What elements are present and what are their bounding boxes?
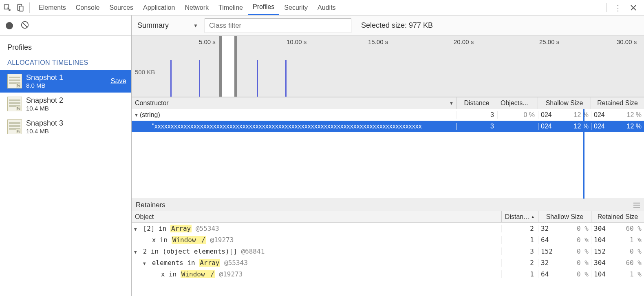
retainer-label: x in Window / @19273 <box>152 236 234 244</box>
col-distance-2[interactable]: Distan…▲ <box>501 211 538 222</box>
constructor-row[interactable]: "xxxxxxxxxxxxxxxxxxxxxxxxxxxxxxxxxxxxxxx… <box>132 121 644 132</box>
cell-retained-pct: 60 % <box>618 225 644 232</box>
timeline-tick: 10.00 s <box>287 38 307 45</box>
cell-retained: 304 <box>591 259 618 267</box>
cell-distance: 2 <box>501 259 538 267</box>
timeline-selection[interactable] <box>221 36 236 97</box>
cell-distance: 3 <box>457 123 497 130</box>
snapshot-size: 10.4 MB <box>26 128 63 135</box>
cell-objects: 0 % <box>497 111 538 119</box>
sidebar-title: Profiles <box>0 36 131 56</box>
retainer-label: x in Window / @19273 <box>161 270 243 278</box>
snapshot-item[interactable]: Snapshot 2 10.4 MB <box>0 93 131 115</box>
tab-network[interactable]: Network <box>180 0 214 15</box>
allocation-timeline[interactable]: 500 KB 5.00 s10.00 s15.00 s20.00 s25.00 … <box>132 36 644 97</box>
retainers-menu-icon[interactable] <box>633 203 640 208</box>
disclosure-icon[interactable]: ▼ <box>134 113 139 117</box>
record-button[interactable] <box>6 22 13 29</box>
snapshot-thumb-icon <box>7 119 22 134</box>
inspect-icon[interactable] <box>3 4 11 12</box>
snapshot-item[interactable]: Snapshot 3 10.4 MB <box>0 115 131 138</box>
retainer-row[interactable]: x in Window / @19273 1 640 % 1041 % <box>132 234 644 245</box>
retainer-label: elements in Array @55343 <box>152 259 248 267</box>
constructor-row[interactable]: ▼ (string) 3 0 % 02412 % 02412 % <box>132 109 644 121</box>
col-retained[interactable]: Retained Size <box>591 97 644 109</box>
selection-handle[interactable] <box>234 36 237 97</box>
cell-shallow: 024 <box>538 123 565 130</box>
cell-retained: 104 <box>591 270 618 278</box>
col-retained-2[interactable]: Retained Size <box>591 211 644 222</box>
col-object[interactable]: Object <box>132 211 501 222</box>
sort-icon: ▼ <box>449 101 454 106</box>
save-link[interactable]: Save <box>110 77 126 85</box>
cell-distance: 3 <box>501 247 538 255</box>
retainer-row[interactable]: ▼ [2] in Array @55343 2 320 % 30460 % <box>132 223 644 234</box>
devtools-toolbar: ElementsConsoleSourcesApplicationNetwork… <box>0 0 644 15</box>
cell-retained: 104 <box>591 236 618 244</box>
col-shallow-2[interactable]: Shallow Size <box>538 211 591 222</box>
allocation-bar <box>199 60 200 97</box>
tab-audits[interactable]: Audits <box>313 0 340 15</box>
cell-retained-pct: 1 % <box>618 236 644 244</box>
allocation-bar <box>285 60 287 97</box>
disclosure-icon[interactable]: ▼ <box>143 261 148 266</box>
sort-asc-icon: ▲ <box>531 214 535 219</box>
retainer-row[interactable]: ▼ elements in Array @55343 2 320 % 30460… <box>132 257 644 268</box>
col-distance[interactable]: Distance <box>457 97 497 109</box>
snapshot-title: Snapshot 2 <box>26 96 63 105</box>
cell-shallow-pct: 0 % <box>565 225 591 232</box>
timeline-tick: 20.00 s <box>454 38 474 45</box>
clear-icon[interactable] <box>20 20 29 31</box>
cell-retained-pct: 0 % <box>618 247 644 255</box>
class-filter-input[interactable] <box>205 18 351 33</box>
close-icon[interactable] <box>629 4 637 12</box>
cell-retained: 304 <box>591 225 618 232</box>
col-constructor[interactable]: Constructor▼ <box>132 97 457 109</box>
selection-handle[interactable] <box>219 36 222 97</box>
timeline-size-label: 500 KB <box>135 68 155 75</box>
snapshot-size: 10.4 MB <box>26 105 63 112</box>
timeline-tick: 15.00 s <box>368 38 388 45</box>
tab-application[interactable]: Application <box>138 0 180 15</box>
tab-console[interactable]: Console <box>71 0 105 15</box>
tab-profiles[interactable]: Profiles <box>248 0 279 15</box>
cell-shallow: 64 <box>538 236 565 244</box>
allocation-bar <box>257 60 258 97</box>
tab-security[interactable]: Security <box>279 0 313 15</box>
cell-shallow-pct: 0 % <box>565 259 591 267</box>
cell-shallow: 32 <box>538 225 565 232</box>
retainer-row[interactable]: x in Window / @19273 1 640 % 1041 % <box>132 268 644 280</box>
cell-shallow-pct: 0 % <box>565 270 591 278</box>
cell-distance: 1 <box>501 270 538 278</box>
profiles-sidebar: Profiles ALLOCATION TIMELINES Snapshot 1… <box>0 15 132 296</box>
disclosure-icon[interactable]: ▼ <box>134 227 139 232</box>
col-objects[interactable]: Objects... <box>497 97 538 109</box>
cell-distance: 3 <box>457 111 497 119</box>
device-toggle-icon[interactable] <box>16 4 24 12</box>
cell-retained-pct: 1 % <box>618 270 644 278</box>
retainer-label: 2 in (object elements)[] @68841 <box>143 247 265 255</box>
col-shallow[interactable]: Shallow Size <box>538 97 591 109</box>
snapshot-title: Snapshot 3 <box>26 119 63 128</box>
view-select[interactable]: Summary ▼ <box>137 21 198 30</box>
kebab-menu-icon[interactable]: ⋮ <box>614 4 622 12</box>
disclosure-icon[interactable]: ▼ <box>134 250 139 255</box>
tab-elements[interactable]: Elements <box>34 0 71 15</box>
snapshot-thumb-icon <box>7 74 22 88</box>
tab-timeline[interactable]: Timeline <box>214 0 248 15</box>
snapshot-item[interactable]: Snapshot 1 8.0 MB Save <box>0 70 131 93</box>
timeline-tick: 25.00 s <box>539 38 559 45</box>
retainers-grid-header: Object Distan…▲ Shallow Size Retained Si… <box>132 211 644 223</box>
retainer-row[interactable]: ▼ 2 in (object elements)[] @68841 3 1520… <box>132 245 644 257</box>
cell-retained-pct: 12 % <box>618 111 644 119</box>
timeline-tick: 30.00 s <box>617 38 637 45</box>
tab-sources[interactable]: Sources <box>104 0 138 15</box>
cell-shallow: 32 <box>538 259 565 267</box>
cell-retained: 024 <box>591 111 618 119</box>
cell-shallow: 64 <box>538 270 565 278</box>
allocation-bar <box>170 60 172 97</box>
chevron-down-icon: ▼ <box>193 23 198 29</box>
view-select-label: Summary <box>137 21 169 30</box>
cell-retained-pct: 60 % <box>618 259 644 267</box>
timeline-tick: 5.00 s <box>199 38 216 45</box>
